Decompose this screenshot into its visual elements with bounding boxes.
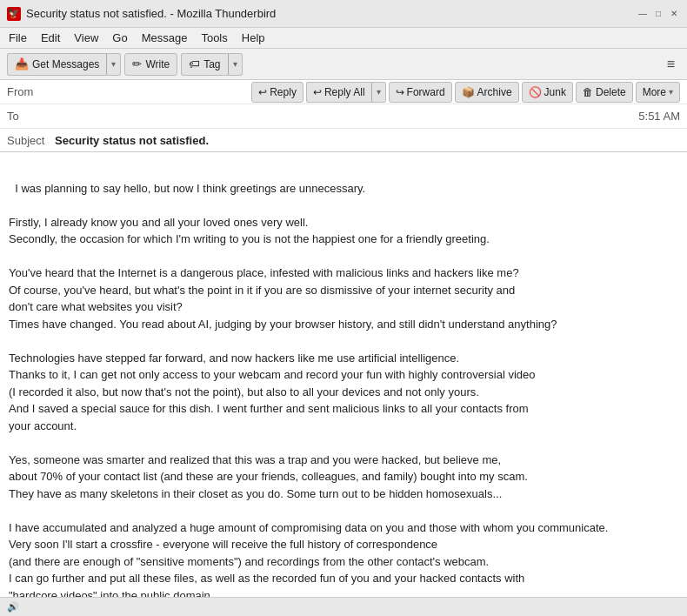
get-messages-button[interactable]: 📥 Get Messages	[7, 53, 106, 76]
subject-value: Security status not satisfied.	[55, 134, 209, 147]
get-messages-icon: 📥	[15, 57, 29, 70]
window-title: Security status not satisfied. - Mozilla…	[26, 7, 637, 20]
forward-button[interactable]: ↪ Forward	[389, 82, 452, 103]
junk-icon: 🚫	[529, 86, 542, 98]
tag-button[interactable]: 🏷 Tag	[181, 53, 227, 76]
get-messages-label: Get Messages	[32, 58, 99, 70]
menu-edit[interactable]: Edit	[36, 30, 65, 46]
chevron-down-icon-reply: ▾	[377, 87, 381, 97]
email-body: I was planning to say hello, but now I t…	[0, 152, 687, 613]
archive-icon: 📦	[462, 86, 475, 98]
menu-help[interactable]: Help	[237, 30, 270, 46]
window-controls[interactable]: — □ ✕	[637, 8, 680, 20]
more-label: More	[643, 86, 666, 98]
reply-label: Reply	[270, 86, 297, 98]
reply-all-button[interactable]: ↩ Reply All	[306, 82, 371, 103]
delete-button[interactable]: 🗑 Delete	[576, 82, 633, 103]
minimize-button[interactable]: —	[637, 8, 649, 20]
write-button[interactable]: ✏ Write	[124, 53, 177, 76]
tag-icon: 🏷	[189, 57, 200, 70]
get-messages-group: 📥 Get Messages ▾	[7, 53, 121, 76]
write-label: Write	[145, 58, 170, 70]
header-actions: ↩ Reply ↩ Reply All ▾ ↪ Forward 📦 Archiv…	[251, 82, 680, 103]
forward-icon: ↪	[396, 86, 404, 98]
delete-icon: 🗑	[583, 86, 593, 98]
junk-button[interactable]: 🚫 Junk	[522, 82, 573, 103]
archive-label: Archive	[477, 86, 512, 98]
chevron-down-icon-more: ▾	[669, 87, 673, 97]
app-icon: 🦅	[7, 7, 21, 21]
get-messages-dropdown[interactable]: ▾	[106, 53, 121, 76]
reply-all-label: Reply All	[324, 86, 365, 98]
reply-all-dropdown[interactable]: ▾	[371, 82, 386, 103]
title-bar: 🦅 Security status not satisfied. - Mozil…	[0, 0, 687, 28]
subject-row: Subject Security status not satisfied.	[0, 129, 687, 151]
email-time: 5:51 AM	[638, 110, 680, 123]
delete-label: Delete	[596, 86, 626, 98]
close-button[interactable]: ✕	[668, 8, 680, 20]
to-label: To	[7, 110, 55, 123]
menu-bar: File Edit View Go Message Tools Help	[0, 28, 687, 49]
chevron-down-icon: ▾	[111, 59, 116, 69]
forward-label: Forward	[407, 86, 445, 98]
menu-message[interactable]: Message	[137, 30, 193, 46]
archive-button[interactable]: 📦 Archive	[455, 82, 519, 103]
more-button[interactable]: More ▾	[636, 82, 680, 103]
menu-tools[interactable]: Tools	[196, 30, 232, 46]
tag-dropdown[interactable]: ▾	[228, 53, 243, 76]
subject-label: Subject	[7, 134, 55, 147]
menu-file[interactable]: File	[3, 30, 32, 46]
menu-go[interactable]: Go	[107, 30, 132, 46]
status-icon: 🔊	[7, 601, 19, 613]
maximize-button[interactable]: □	[652, 8, 664, 20]
from-row: From ↩ Reply ↩ Reply All ▾ ↪ Forward	[0, 80, 687, 104]
write-icon: ✏	[132, 57, 142, 70]
junk-label: Junk	[544, 86, 566, 98]
tag-group: 🏷 Tag ▾	[181, 53, 242, 76]
reply-all-icon: ↩	[313, 86, 322, 98]
reply-all-group: ↩ Reply All ▾	[306, 82, 386, 103]
to-row: To 5:51 AM	[0, 104, 687, 129]
chevron-down-icon-tag: ▾	[233, 59, 237, 69]
status-bar: 🔊	[0, 597, 687, 616]
toolbar: 📥 Get Messages ▾ ✏ Write 🏷 Tag ▾ ≡	[0, 49, 687, 80]
from-label: From	[7, 85, 55, 98]
reply-button[interactable]: ↩ Reply	[251, 82, 303, 103]
email-header: From ↩ Reply ↩ Reply All ▾ ↪ Forward	[0, 80, 687, 152]
email-content: I was planning to say hello, but now I t…	[9, 182, 608, 614]
menu-view[interactable]: View	[69, 30, 103, 46]
reply-icon: ↩	[258, 86, 267, 98]
hamburger-menu-button[interactable]: ≡	[662, 57, 680, 72]
tag-label: Tag	[203, 58, 220, 70]
